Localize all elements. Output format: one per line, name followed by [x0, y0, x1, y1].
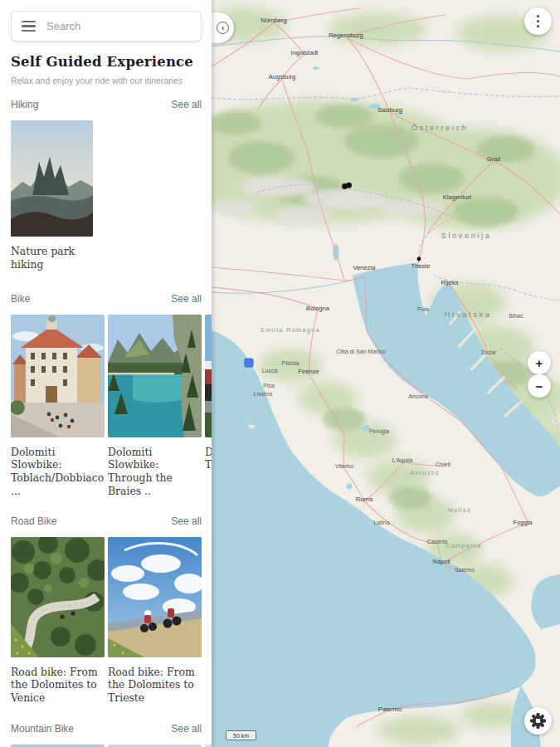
map-label: Città di San Marino [336, 349, 386, 354]
map-label: Salerno [455, 567, 475, 573]
road-card-image-forest [11, 537, 105, 657]
see-all-link[interactable]: See all [171, 515, 202, 527]
section-header-hiking: Hiking See all [11, 99, 202, 110]
map-label: Klagenfurt [443, 193, 473, 201]
bike-cards-row: Dolomiti Slowbike: Toblach/Dobbiaco ... [11, 315, 212, 498]
card-title: Dolomiti Slowbike: Toblach/Dobbiaco ... [11, 446, 105, 498]
map-label: Slovenija [441, 232, 492, 240]
map-label: Zadar [481, 349, 497, 355]
map-label: Emilia-Romagna [261, 326, 319, 334]
map-label: Bologna [306, 305, 330, 312]
map-label: Regensburg [329, 32, 363, 39]
map-marker-dot[interactable] [417, 257, 421, 261]
map-label: Foggia [513, 519, 533, 526]
map-label: Nürnberg [261, 17, 287, 24]
map-label: Pula [417, 306, 429, 312]
card-road-trieste[interactable]: Road bike: From the Dolomites to Trieste [108, 537, 202, 705]
app-window: Search Self Guided Experience Relax and … [0, 0, 560, 747]
map-label: Rijeka [441, 279, 459, 286]
card-slowbike-clipped[interactable]: D T [205, 315, 212, 498]
map-scale-indicator: 50 km [226, 730, 256, 740]
card-title: Dolomiti Slowbike: Through the Braies .. [108, 446, 202, 498]
map-label: Napoli [432, 558, 450, 565]
card-title: Road bike: From the Dolomites to Trieste [108, 666, 202, 705]
bike-card-image-town [11, 315, 105, 437]
map-canvas[interactable]: NürnbergRegensburgIngolstadtAugsburgSalz… [212, 0, 560, 747]
map-label: Palermo [378, 706, 402, 713]
card-title: Nature park hiking [11, 245, 81, 271]
card-road-venice[interactable]: Road bike: From the Dolomites to Venice [11, 537, 105, 705]
map-label: Ingolstadt [291, 49, 319, 56]
section-header-road-bike: Road Bike See all [11, 515, 202, 527]
map-label: Salzburg [377, 106, 402, 114]
map-label: L'Aquila [392, 457, 413, 464]
map-label: Viterbo [335, 463, 353, 469]
map-label: Pistoia [281, 360, 299, 366]
zoom-out-button[interactable]: − [528, 374, 551, 398]
chevron-left-icon: ‹ [217, 22, 229, 34]
overflow-menu-button[interactable] [524, 7, 552, 35]
settings-button[interactable] [524, 707, 552, 735]
section-header-bike: Bike See all [11, 293, 202, 305]
menu-icon[interactable] [22, 21, 36, 32]
section-label: Mountain Bike [11, 723, 74, 735]
see-all-link[interactable]: See all [171, 723, 202, 735]
card-slowbike-braies[interactable]: Dolomiti Slowbike: Through the Braies .. [108, 315, 202, 498]
map-tiles: NürnbergRegensburgIngolstadtAugsburgSalz… [212, 0, 560, 747]
see-all-link[interactable]: See all [171, 99, 202, 110]
map-label: Perugia [369, 428, 389, 435]
map-label: Roma [356, 496, 373, 503]
map-marker-blue[interactable] [245, 359, 253, 367]
map-label: Augsburg [269, 73, 296, 81]
map-label: Trieste [411, 262, 431, 270]
gear-icon [529, 712, 547, 730]
map-label: Hrvatska [444, 310, 491, 319]
card-nature-park-hiking[interactable]: Nature park hiking [11, 120, 93, 271]
section-label: Bike [11, 293, 30, 305]
road-card-image-sky [108, 537, 202, 657]
section-label: Road Bike [11, 515, 56, 527]
bike-card-image-clipped [205, 315, 212, 437]
map-label: Österreich [411, 124, 468, 132]
see-all-link[interactable]: See all [171, 293, 202, 305]
card-title: Road bike: From the Dolomites to Venice [11, 666, 105, 705]
map-label: Caserta [427, 539, 448, 544]
hiking-cards-row: Nature park hiking [11, 120, 212, 271]
sidebar-panel: Search Self Guided Experience Relax and … [0, 0, 212, 747]
card-slowbike-toblach[interactable]: Dolomiti Slowbike: Toblach/Dobbiaco ... [11, 315, 105, 498]
bike-card-image-lake [108, 315, 202, 437]
map-label: Latina [373, 520, 389, 525]
card-title: D T [205, 446, 212, 472]
map-label: Pisa [263, 383, 275, 388]
map-label: Graz [487, 155, 501, 163]
kebab-icon-dot [537, 15, 539, 17]
map-label: Livorno [254, 391, 273, 397]
map-label: Molise [448, 506, 472, 514]
map-label: Venezia [353, 264, 376, 271]
road-bike-cards-row: Road bike: From the Dolomites to Venice [11, 537, 212, 705]
map-label: Bihać [509, 313, 523, 319]
page-title: Self Guided Experience [11, 54, 201, 70]
page-subtitle: Relax and enjoy your ride with our itine… [11, 76, 201, 85]
map-label: Ancona [408, 393, 428, 399]
section-label: Hiking [11, 99, 38, 110]
map-label: Abruzzo [410, 469, 440, 476]
map-label: Firenze [298, 368, 319, 375]
search-input[interactable]: Search [11, 11, 202, 42]
search-placeholder: Search [46, 20, 80, 32]
map-label: Lucca [262, 368, 278, 374]
section-header-mountain-bike: Mountain Bike See all [11, 723, 202, 735]
zoom-in-button[interactable]: + [528, 351, 551, 374]
map-label: Chieti [436, 461, 450, 467]
hiking-card-image [11, 120, 93, 237]
map-label: Campania [446, 542, 481, 549]
